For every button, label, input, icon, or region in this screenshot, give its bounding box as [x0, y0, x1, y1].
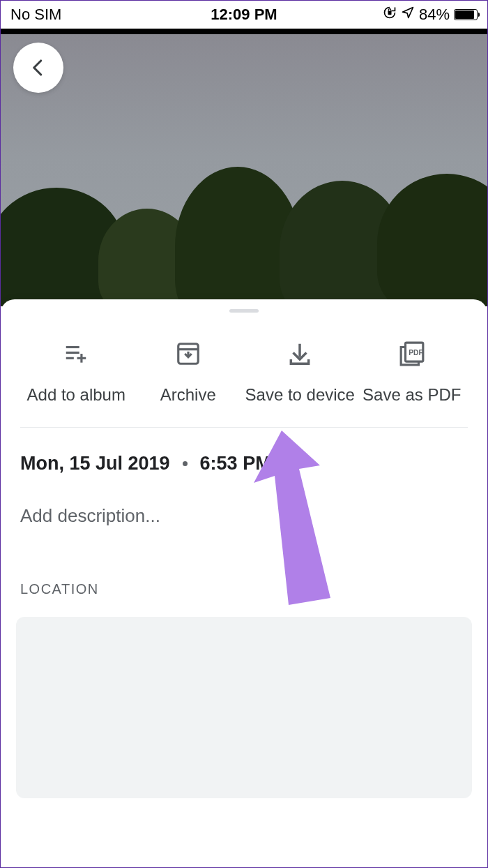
- archive-button[interactable]: Archive: [132, 341, 245, 406]
- chevron-left-icon: [28, 57, 49, 78]
- location-section-label: LOCATION: [1, 527, 487, 597]
- location-map[interactable]: [16, 617, 472, 798]
- rotation-lock-icon: [383, 6, 397, 24]
- archive-icon: [175, 341, 201, 367]
- photo-preview[interactable]: [1, 34, 487, 306]
- add-to-album-label: Add to album: [27, 384, 125, 406]
- save-to-device-button[interactable]: Save to device: [244, 341, 356, 406]
- photo-time: 6:53 PM: [200, 453, 271, 474]
- description-placeholder: Add description...: [20, 505, 160, 526]
- status-right-group: 84%: [383, 6, 478, 24]
- description-input[interactable]: Add description...: [1, 474, 487, 527]
- photo-foreground: [1, 181, 487, 306]
- battery-percent: 84%: [419, 6, 450, 24]
- action-row: Add to album Archive Save to device: [20, 313, 468, 428]
- save-as-pdf-button[interactable]: PDF Save as PDF: [356, 341, 468, 406]
- download-icon: [287, 341, 313, 367]
- battery-icon: [454, 9, 478, 20]
- top-border-strip: [1, 29, 487, 34]
- svg-rect-0: [388, 11, 391, 15]
- save-to-device-label: Save to device: [245, 384, 355, 406]
- location-arrow-icon: [401, 6, 415, 24]
- add-to-album-button[interactable]: Add to album: [20, 341, 132, 406]
- save-as-pdf-label: Save as PDF: [363, 384, 461, 406]
- svg-text:PDF: PDF: [409, 349, 423, 357]
- archive-label: Archive: [160, 384, 216, 406]
- datetime-row[interactable]: Mon, 15 Jul 2019 6:53 PM: [1, 428, 487, 474]
- carrier-label: No SIM: [10, 6, 61, 24]
- clock: 12:09 PM: [211, 6, 277, 24]
- pdf-icon: PDF: [399, 341, 425, 367]
- photo-date: Mon, 15 Jul 2019: [20, 453, 170, 474]
- playlist-add-icon: [63, 341, 89, 367]
- separator-dot: [183, 461, 188, 466]
- status-bar: No SIM 12:09 PM 84%: [1, 1, 487, 29]
- details-sheet: Add to album Archive Save to device: [1, 299, 487, 867]
- back-button[interactable]: [13, 43, 63, 93]
